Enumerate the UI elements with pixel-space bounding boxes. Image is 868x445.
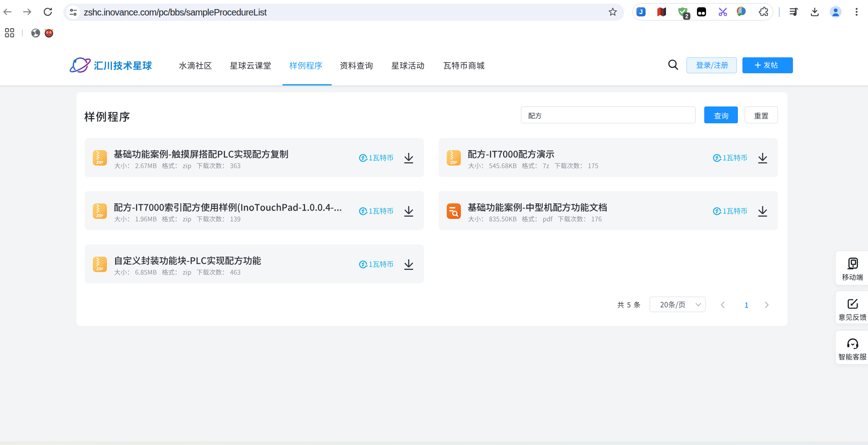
svg-text:ZIP: ZIP (96, 266, 104, 271)
svg-text:ZIP: ZIP (96, 213, 104, 218)
svg-text:ZIP: ZIP (450, 160, 458, 165)
svg-text:ZIP: ZIP (96, 160, 104, 165)
svg-text:2: 2 (685, 13, 688, 20)
